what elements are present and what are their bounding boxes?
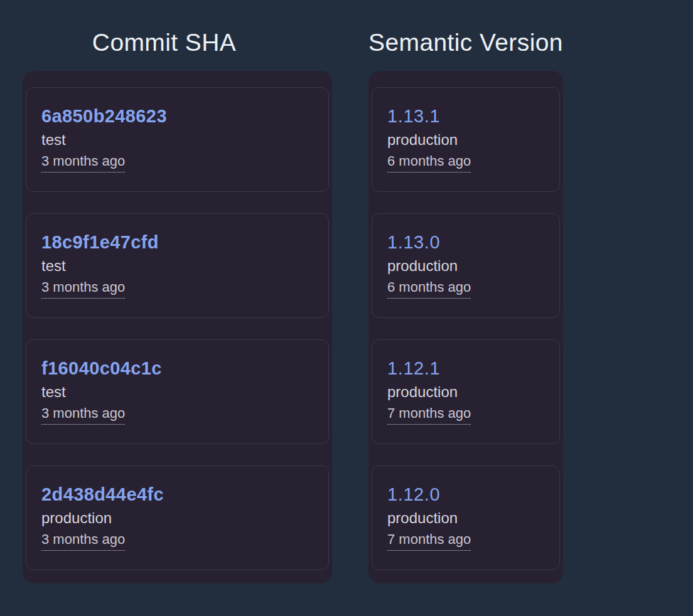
deploy-id-link[interactable]: 18c9f1e47cfd — [41, 230, 313, 255]
deploy-id-link[interactable]: 1.13.0 — [387, 230, 544, 255]
deploy-card[interactable]: 1.13.0 production 6 months ago — [372, 213, 560, 318]
environment-label: test — [41, 381, 313, 403]
deploy-card[interactable]: 18c9f1e47cfd test 3 months ago — [26, 213, 329, 318]
relative-time: 3 months ago — [41, 405, 313, 425]
relative-time: 7 months ago — [387, 531, 544, 551]
deploy-columns: Commit SHA 6a850b248623 test 3 months ag… — [0, 0, 693, 583]
relative-time-text: 3 months ago — [41, 279, 125, 299]
environment-label: production — [41, 507, 313, 529]
environment-label: production — [387, 129, 544, 151]
deploy-id-link[interactable]: 1.13.1 — [387, 104, 544, 129]
deploy-card-list: 6a850b248623 test 3 months ago 18c9f1e47… — [23, 71, 332, 583]
relative-time: 6 months ago — [387, 152, 544, 173]
deploy-card[interactable]: 1.12.0 production 7 months ago — [372, 465, 560, 570]
relative-time-text: 7 months ago — [387, 405, 471, 425]
environment-label: production — [387, 381, 544, 403]
deploy-card-list: 1.13.1 production 6 months ago 1.13.0 pr… — [368, 71, 563, 583]
relative-time: 6 months ago — [387, 279, 544, 299]
deploy-card[interactable]: f16040c04c1c test 3 months ago — [26, 339, 329, 444]
relative-time-text: 6 months ago — [387, 279, 471, 299]
column-title: Semantic Version — [368, 28, 563, 58]
environment-label: production — [387, 255, 544, 277]
environment-label: production — [387, 507, 544, 529]
deploy-id-link[interactable]: f16040c04c1c — [41, 356, 313, 381]
relative-time: 3 months ago — [41, 152, 313, 173]
deploy-id-link[interactable]: 1.12.1 — [387, 356, 544, 381]
relative-time: 7 months ago — [387, 405, 544, 425]
relative-time-text: 3 months ago — [41, 531, 125, 551]
deploy-card[interactable]: 1.13.1 production 6 months ago — [372, 87, 560, 192]
deploy-card[interactable]: 1.12.1 production 7 months ago — [372, 339, 560, 444]
deploy-card[interactable]: 2d438d44e4fc production 3 months ago — [26, 465, 329, 570]
relative-time-text: 3 months ago — [41, 152, 125, 173]
relative-time-text: 7 months ago — [387, 531, 471, 551]
relative-time-text: 6 months ago — [387, 152, 471, 173]
relative-time: 3 months ago — [41, 531, 313, 551]
relative-time: 3 months ago — [41, 279, 313, 299]
column-title: Commit SHA — [9, 28, 319, 58]
deploy-column: Semantic Version 1.13.1 production 6 mon… — [368, 0, 563, 583]
environment-label: test — [41, 129, 313, 151]
deploy-id-link[interactable]: 6a850b248623 — [41, 104, 313, 129]
deploy-column: Commit SHA 6a850b248623 test 3 months ag… — [23, 0, 332, 583]
deploy-card[interactable]: 6a850b248623 test 3 months ago — [26, 87, 329, 192]
relative-time-text: 3 months ago — [41, 405, 125, 425]
environment-label: test — [41, 255, 313, 277]
deploy-id-link[interactable]: 1.12.0 — [387, 482, 544, 507]
deploy-id-link[interactable]: 2d438d44e4fc — [41, 482, 313, 507]
